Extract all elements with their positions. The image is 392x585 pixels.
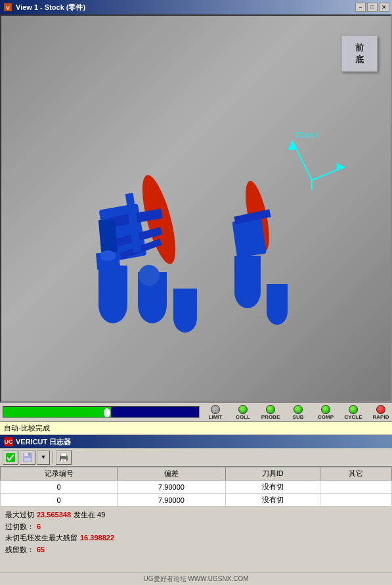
log-line-1: 最大过切 23.565348 发生在 49	[5, 509, 387, 521]
progress-bar-container[interactable]	[3, 406, 200, 418]
rapid-label: RAPID	[373, 414, 389, 420]
log-line-4: 残留数： 65	[5, 544, 387, 556]
viewport[interactable]: 前 底 ZCsys 1	[0, 14, 392, 402]
coll-label: COLL	[236, 414, 250, 420]
watermark: UG爱好者论坛 WWW.UGSNX.COM	[0, 573, 392, 585]
main-window: V View 1 - Stock (零件) − □ ✕ 前 底	[0, 0, 392, 585]
watermark-text: UG爱好者论坛 WWW.UGSNX.COM	[144, 575, 249, 582]
probe-indicator	[266, 405, 275, 414]
log-remain-count-value: 65	[37, 544, 45, 556]
limit-button[interactable]: LIMIT	[202, 404, 229, 420]
restore-button[interactable]: □	[367, 3, 378, 12]
cycle-label: CYCLE	[344, 414, 362, 420]
svg-rect-23	[173, 289, 197, 318]
status-message: 自动-比较完成	[4, 423, 50, 433]
window-icon: V	[3, 2, 13, 12]
rapid-button[interactable]: RAPID	[368, 404, 392, 420]
table-row: 0 7.90000 没有切	[1, 480, 392, 494]
svg-rect-40	[62, 460, 64, 461]
svg-text:V: V	[6, 5, 10, 11]
probe-button[interactable]: PROBE	[257, 404, 284, 420]
log-overcut-prefix: 最大过切	[5, 509, 34, 521]
rapid-indicator	[376, 405, 385, 414]
log-remain-count-prefix: 残留数：	[5, 544, 34, 556]
table-row: 0 7.90000 没有切	[1, 494, 392, 507]
comp-indicator	[321, 405, 330, 414]
svg-rect-35	[28, 453, 30, 456]
svg-point-21	[100, 250, 116, 261]
sub-indicator	[294, 405, 303, 414]
log-line-3: 未切毛坯发生最大残留 16.398822	[5, 532, 387, 544]
log-remain-prefix: 未切毛坯发生最大残留	[5, 532, 77, 544]
status-message-bar: 自动-比较完成	[0, 422, 392, 435]
col-header-deviation: 偏差	[118, 467, 226, 480]
log-title-text: VERICUT 日志器	[16, 437, 71, 447]
model-3d	[1, 16, 382, 397]
log-line-2: 过切数： 6	[5, 521, 387, 533]
svg-rect-34	[24, 458, 31, 461]
tool-buttons: LIMIT COLL PROBE SUB COMP	[202, 404, 392, 420]
limit-label: LIMIT	[209, 414, 223, 420]
log-title-bar: UC VERICUT 日志器	[0, 435, 392, 448]
cycle-indicator	[349, 405, 358, 414]
title-bar: V View 1 - Stock (零件) − □ ✕	[0, 0, 392, 14]
comp-label: COMP	[318, 414, 334, 420]
limit-indicator	[211, 405, 220, 414]
coll-button[interactable]: COLL	[230, 404, 256, 420]
status-bar: LIMIT COLL PROBE SUB COMP	[0, 402, 392, 422]
cell-tool-2: 没有切	[225, 494, 320, 507]
log-remain-value: 16.398822	[80, 532, 114, 544]
svg-rect-27	[234, 256, 261, 292]
svg-rect-29	[267, 284, 288, 312]
log-text-area: 最大过切 23.565348 发生在 49 过切数： 6 未切毛坯发生最大残留 …	[0, 507, 392, 573]
cell-deviation-1: 7.90000	[118, 480, 226, 494]
log-icon-text: UC	[5, 438, 13, 445]
log-dropdown-button[interactable]: ▼	[37, 450, 50, 465]
progress-bar-indicator	[104, 408, 110, 417]
cell-extra-1	[320, 480, 391, 494]
log-check-button[interactable]	[3, 450, 18, 465]
cell-tool-1: 没有切	[225, 480, 320, 494]
cell-id-1: 0	[1, 480, 118, 494]
col-header-tool: 刀具ID	[225, 467, 320, 480]
svg-rect-39	[62, 459, 66, 460]
svg-point-18	[139, 265, 160, 286]
svg-rect-11	[98, 266, 127, 305]
close-button[interactable]: ✕	[379, 3, 389, 12]
log-overcut-value: 23.565348	[37, 509, 71, 521]
log-overcut-count-value: 6	[37, 521, 41, 533]
svg-rect-37	[61, 453, 66, 456]
log-print-button[interactable]	[56, 450, 72, 465]
col-header-extra: 其它	[320, 467, 391, 480]
log-table-container: 记录编号 偏差 刀具ID 其它 0 7.90000 没有切 0	[0, 467, 392, 507]
window-title: View 1 - Stock (零件)	[16, 3, 355, 12]
cycle-button[interactable]: CYCLE	[340, 404, 366, 420]
log-table: 记录编号 偏差 刀具ID 其它 0 7.90000 没有切 0	[0, 467, 392, 507]
log-save-button[interactable]	[20, 450, 35, 465]
log-overcut-suffix: 发生在 49	[74, 509, 105, 521]
toolbar-separator	[53, 452, 53, 463]
cell-extra-2	[320, 494, 391, 507]
title-bar-buttons: − □ ✕	[355, 3, 389, 12]
log-panel: UC VERICUT 日志器	[0, 435, 392, 585]
svg-point-41	[66, 456, 67, 457]
cell-id-2: 0	[1, 494, 118, 507]
log-title-icon: UC	[4, 437, 13, 446]
comp-button[interactable]: COMP	[313, 404, 339, 420]
log-toolbar: ▼	[0, 448, 392, 467]
svg-rect-20	[98, 219, 118, 253]
col-header-id: 记录编号	[1, 467, 118, 480]
coll-indicator	[238, 405, 248, 414]
sub-button[interactable]: SUB	[285, 404, 311, 420]
cell-deviation-2: 7.90000	[118, 494, 226, 507]
minimize-button[interactable]: −	[355, 3, 366, 12]
progress-bar-fill	[3, 407, 111, 417]
probe-label: PROBE	[261, 414, 280, 420]
log-overcut-count-prefix: 过切数：	[5, 521, 34, 533]
sub-label: SUB	[293, 414, 304, 420]
